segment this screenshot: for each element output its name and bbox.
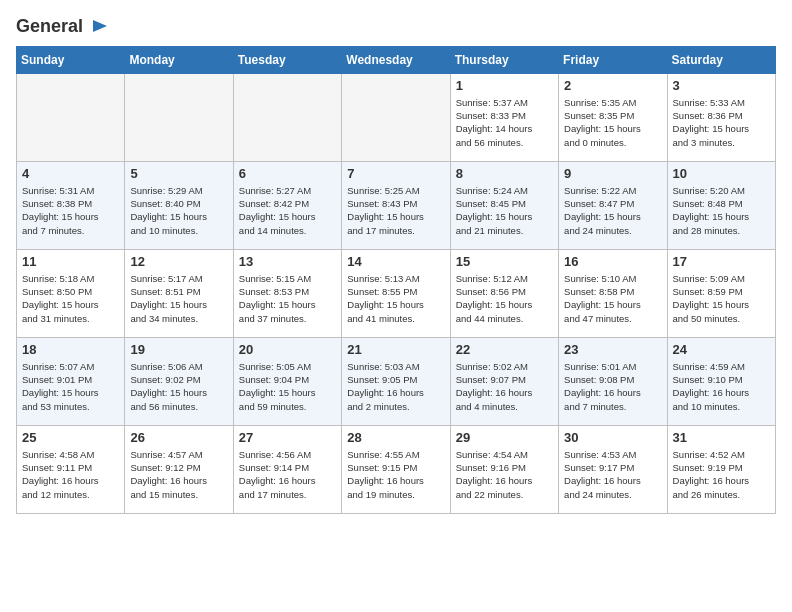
calendar-week-row: 4Sunrise: 5:31 AMSunset: 8:38 PMDaylight… [17, 161, 776, 249]
calendar-cell: 8Sunrise: 5:24 AMSunset: 8:45 PMDaylight… [450, 161, 558, 249]
calendar-cell: 22Sunrise: 5:02 AMSunset: 9:07 PMDayligh… [450, 337, 558, 425]
calendar-cell: 4Sunrise: 5:31 AMSunset: 8:38 PMDaylight… [17, 161, 125, 249]
day-number: 5 [130, 166, 227, 181]
day-number: 6 [239, 166, 336, 181]
calendar-cell: 9Sunrise: 5:22 AMSunset: 8:47 PMDaylight… [559, 161, 667, 249]
cell-content: Sunrise: 4:53 AMSunset: 9:17 PMDaylight:… [564, 448, 661, 501]
calendar-cell: 2Sunrise: 5:35 AMSunset: 8:35 PMDaylight… [559, 73, 667, 161]
calendar-cell: 14Sunrise: 5:13 AMSunset: 8:55 PMDayligh… [342, 249, 450, 337]
column-header-friday: Friday [559, 46, 667, 73]
day-number: 3 [673, 78, 770, 93]
cell-content: Sunrise: 4:55 AMSunset: 9:15 PMDaylight:… [347, 448, 444, 501]
day-number: 25 [22, 430, 119, 445]
calendar-cell: 30Sunrise: 4:53 AMSunset: 9:17 PMDayligh… [559, 425, 667, 513]
logo-general-text: General [16, 16, 83, 36]
cell-content: Sunrise: 5:03 AMSunset: 9:05 PMDaylight:… [347, 360, 444, 413]
calendar-cell: 20Sunrise: 5:05 AMSunset: 9:04 PMDayligh… [233, 337, 341, 425]
calendar-cell: 7Sunrise: 5:25 AMSunset: 8:43 PMDaylight… [342, 161, 450, 249]
cell-content: Sunrise: 5:31 AMSunset: 8:38 PMDaylight:… [22, 184, 119, 237]
day-number: 30 [564, 430, 661, 445]
calendar-cell [233, 73, 341, 161]
day-number: 28 [347, 430, 444, 445]
calendar-cell: 21Sunrise: 5:03 AMSunset: 9:05 PMDayligh… [342, 337, 450, 425]
day-number: 10 [673, 166, 770, 181]
cell-content: Sunrise: 4:58 AMSunset: 9:11 PMDaylight:… [22, 448, 119, 501]
calendar-header-row: SundayMondayTuesdayWednesdayThursdayFrid… [17, 46, 776, 73]
cell-content: Sunrise: 4:52 AMSunset: 9:19 PMDaylight:… [673, 448, 770, 501]
day-number: 11 [22, 254, 119, 269]
calendar-table: SundayMondayTuesdayWednesdayThursdayFrid… [16, 46, 776, 514]
column-header-sunday: Sunday [17, 46, 125, 73]
calendar-cell: 24Sunrise: 4:59 AMSunset: 9:10 PMDayligh… [667, 337, 775, 425]
cell-content: Sunrise: 5:02 AMSunset: 9:07 PMDaylight:… [456, 360, 553, 413]
column-header-monday: Monday [125, 46, 233, 73]
day-number: 16 [564, 254, 661, 269]
calendar-cell: 19Sunrise: 5:06 AMSunset: 9:02 PMDayligh… [125, 337, 233, 425]
column-header-saturday: Saturday [667, 46, 775, 73]
day-number: 27 [239, 430, 336, 445]
page-header: General [16, 16, 776, 38]
cell-content: Sunrise: 5:22 AMSunset: 8:47 PMDaylight:… [564, 184, 661, 237]
cell-content: Sunrise: 5:06 AMSunset: 9:02 PMDaylight:… [130, 360, 227, 413]
calendar-cell: 1Sunrise: 5:37 AMSunset: 8:33 PMDaylight… [450, 73, 558, 161]
cell-content: Sunrise: 5:15 AMSunset: 8:53 PMDaylight:… [239, 272, 336, 325]
calendar-cell: 26Sunrise: 4:57 AMSunset: 9:12 PMDayligh… [125, 425, 233, 513]
cell-content: Sunrise: 4:57 AMSunset: 9:12 PMDaylight:… [130, 448, 227, 501]
day-number: 31 [673, 430, 770, 445]
cell-content: Sunrise: 4:54 AMSunset: 9:16 PMDaylight:… [456, 448, 553, 501]
calendar-cell: 27Sunrise: 4:56 AMSunset: 9:14 PMDayligh… [233, 425, 341, 513]
day-number: 18 [22, 342, 119, 357]
calendar-cell: 28Sunrise: 4:55 AMSunset: 9:15 PMDayligh… [342, 425, 450, 513]
calendar-cell: 10Sunrise: 5:20 AMSunset: 8:48 PMDayligh… [667, 161, 775, 249]
column-header-thursday: Thursday [450, 46, 558, 73]
day-number: 12 [130, 254, 227, 269]
cell-content: Sunrise: 5:37 AMSunset: 8:33 PMDaylight:… [456, 96, 553, 149]
calendar-cell [125, 73, 233, 161]
calendar-cell: 3Sunrise: 5:33 AMSunset: 8:36 PMDaylight… [667, 73, 775, 161]
calendar-cell: 17Sunrise: 5:09 AMSunset: 8:59 PMDayligh… [667, 249, 775, 337]
day-number: 7 [347, 166, 444, 181]
cell-content: Sunrise: 4:59 AMSunset: 9:10 PMDaylight:… [673, 360, 770, 413]
day-number: 1 [456, 78, 553, 93]
day-number: 2 [564, 78, 661, 93]
logo: General [16, 16, 110, 38]
day-number: 26 [130, 430, 227, 445]
day-number: 21 [347, 342, 444, 357]
calendar-cell: 31Sunrise: 4:52 AMSunset: 9:19 PMDayligh… [667, 425, 775, 513]
cell-content: Sunrise: 5:29 AMSunset: 8:40 PMDaylight:… [130, 184, 227, 237]
day-number: 9 [564, 166, 661, 181]
calendar-cell: 15Sunrise: 5:12 AMSunset: 8:56 PMDayligh… [450, 249, 558, 337]
day-number: 13 [239, 254, 336, 269]
cell-content: Sunrise: 5:10 AMSunset: 8:58 PMDaylight:… [564, 272, 661, 325]
day-number: 14 [347, 254, 444, 269]
calendar-cell: 11Sunrise: 5:18 AMSunset: 8:50 PMDayligh… [17, 249, 125, 337]
calendar-cell: 5Sunrise: 5:29 AMSunset: 8:40 PMDaylight… [125, 161, 233, 249]
day-number: 22 [456, 342, 553, 357]
column-header-wednesday: Wednesday [342, 46, 450, 73]
day-number: 8 [456, 166, 553, 181]
logo-flag-icon [90, 18, 110, 38]
day-number: 4 [22, 166, 119, 181]
cell-content: Sunrise: 5:27 AMSunset: 8:42 PMDaylight:… [239, 184, 336, 237]
column-header-tuesday: Tuesday [233, 46, 341, 73]
day-number: 17 [673, 254, 770, 269]
cell-content: Sunrise: 4:56 AMSunset: 9:14 PMDaylight:… [239, 448, 336, 501]
calendar-cell: 6Sunrise: 5:27 AMSunset: 8:42 PMDaylight… [233, 161, 341, 249]
calendar-cell [17, 73, 125, 161]
cell-content: Sunrise: 5:01 AMSunset: 9:08 PMDaylight:… [564, 360, 661, 413]
calendar-cell [342, 73, 450, 161]
calendar-week-row: 11Sunrise: 5:18 AMSunset: 8:50 PMDayligh… [17, 249, 776, 337]
svg-marker-0 [93, 20, 107, 32]
cell-content: Sunrise: 5:18 AMSunset: 8:50 PMDaylight:… [22, 272, 119, 325]
calendar-week-row: 1Sunrise: 5:37 AMSunset: 8:33 PMDaylight… [17, 73, 776, 161]
calendar-cell: 23Sunrise: 5:01 AMSunset: 9:08 PMDayligh… [559, 337, 667, 425]
cell-content: Sunrise: 5:25 AMSunset: 8:43 PMDaylight:… [347, 184, 444, 237]
calendar-cell: 25Sunrise: 4:58 AMSunset: 9:11 PMDayligh… [17, 425, 125, 513]
cell-content: Sunrise: 5:17 AMSunset: 8:51 PMDaylight:… [130, 272, 227, 325]
day-number: 19 [130, 342, 227, 357]
calendar-cell: 18Sunrise: 5:07 AMSunset: 9:01 PMDayligh… [17, 337, 125, 425]
calendar-cell: 16Sunrise: 5:10 AMSunset: 8:58 PMDayligh… [559, 249, 667, 337]
cell-content: Sunrise: 5:24 AMSunset: 8:45 PMDaylight:… [456, 184, 553, 237]
day-number: 24 [673, 342, 770, 357]
day-number: 29 [456, 430, 553, 445]
